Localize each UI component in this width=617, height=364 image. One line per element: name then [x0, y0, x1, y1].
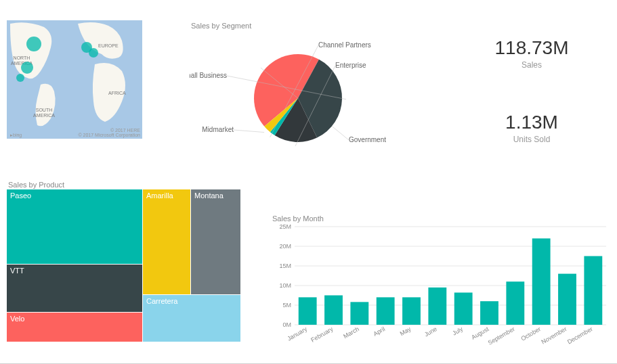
- y-tick: 10M: [279, 282, 291, 289]
- treemap-cell-velo[interactable]: Velo: [7, 313, 142, 342]
- bar-april[interactable]: [377, 297, 395, 325]
- x-label: May: [399, 325, 412, 337]
- treemap-cell-vtt[interactable]: VTT: [7, 265, 142, 312]
- kpi-sales-value: 118.73M: [474, 37, 589, 59]
- pie-label: Government: [349, 136, 386, 143]
- bar-september[interactable]: [506, 281, 524, 325]
- treemap-cell-carretera[interactable]: Carretera: [143, 295, 240, 342]
- pie-label: Midmarket: [202, 126, 234, 133]
- bar-may[interactable]: [402, 297, 421, 325]
- bar-march[interactable]: [350, 302, 368, 325]
- map-provider: ▸bing: [10, 133, 22, 138]
- treemap-cell-amarilla[interactable]: Amarilla: [143, 189, 190, 294]
- y-tick: 0M: [282, 321, 291, 328]
- svg-point-8: [21, 62, 33, 74]
- bar-november[interactable]: [558, 274, 576, 325]
- treemap-cell-paseo[interactable]: Paseo: [7, 189, 142, 264]
- svg-point-7: [26, 37, 41, 51]
- kpi-sales-label: Sales: [474, 60, 589, 70]
- bar-august[interactable]: [480, 301, 498, 325]
- bar-july[interactable]: [454, 292, 473, 325]
- pie-label: Small Business: [190, 72, 227, 79]
- svg-point-9: [16, 74, 24, 82]
- treemap-title: Sales by Product: [8, 181, 64, 189]
- x-label: June: [423, 325, 438, 338]
- sales-by-month-bars[interactable]: 0M5M10M15M20M25MJanuaryFebruaryMarchApri…: [271, 213, 610, 348]
- sales-by-product-treemap[interactable]: PaseoVTTVeloAmarillaMontanaCarretera: [7, 189, 240, 342]
- bar-october[interactable]: [532, 238, 551, 325]
- x-label: April: [373, 325, 387, 338]
- bar-december[interactable]: [584, 256, 602, 325]
- x-label: March: [342, 325, 360, 340]
- pie-label: Enterprise: [335, 62, 366, 69]
- svg-line-18: [234, 130, 264, 133]
- svg-text:AFRICA: AFRICA: [108, 91, 126, 95]
- svg-text:EUROPE: EUROPE: [98, 43, 119, 48]
- y-tick: 25M: [279, 223, 291, 230]
- svg-text:NORTH: NORTH: [14, 55, 30, 60]
- x-label: December: [566, 325, 594, 345]
- svg-text:AMERICA: AMERICA: [33, 113, 55, 118]
- svg-text:© 2017 Microsoft Corporation: © 2017 Microsoft Corporation: [78, 133, 140, 138]
- kpi-units-label: Units Sold: [474, 135, 589, 144]
- y-tick: 15M: [279, 263, 291, 269]
- y-tick: 20M: [279, 243, 291, 250]
- x-label: October: [519, 325, 542, 342]
- kpi-units-value: 1.13M: [474, 112, 589, 133]
- bar-february[interactable]: [324, 296, 343, 325]
- x-label: September: [487, 325, 516, 346]
- sales-by-segment-pie[interactable]: GovernmentSmall BusinessEnterpriseChanne…: [190, 20, 393, 162]
- x-label: August: [470, 325, 490, 341]
- svg-point-11: [89, 48, 98, 58]
- kpi-sales-card[interactable]: 118.73M Sales: [474, 37, 589, 70]
- svg-text:SOUTH: SOUTH: [36, 108, 53, 112]
- sales-by-country-map[interactable]: NORTH AMERICA SOUTH AMERICA EUROPE AFRIC…: [7, 20, 142, 149]
- x-label: July: [451, 325, 464, 337]
- bar-january[interactable]: [299, 297, 317, 325]
- pie-label: Channel Partners: [318, 41, 371, 49]
- kpi-units-card[interactable]: 1.13M Units Sold: [474, 112, 589, 144]
- y-tick: 5M: [282, 302, 291, 309]
- svg-text:© 2017 HERE: © 2017 HERE: [110, 128, 140, 133]
- treemap-cell-montana[interactable]: Montana: [191, 189, 240, 294]
- bar-june[interactable]: [428, 288, 446, 325]
- x-label: February: [310, 325, 335, 344]
- x-label: November: [540, 325, 568, 345]
